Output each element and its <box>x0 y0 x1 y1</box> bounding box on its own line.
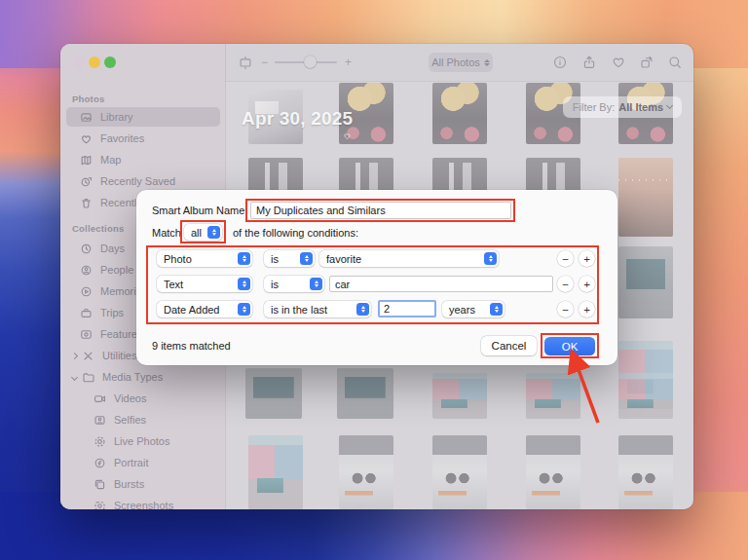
sidebar-item-label: Live Photos <box>114 435 169 447</box>
popup-stepper-icon <box>207 226 220 239</box>
sidebar-item-label: Bursts <box>114 478 144 490</box>
sidebar-item-favorites[interactable]: Favorites <box>66 129 220 148</box>
folder-icon <box>82 371 94 384</box>
album-name-input[interactable] <box>250 202 511 219</box>
chevron-up-down-icon <box>484 59 490 66</box>
condition-unit-value: years <box>449 304 475 316</box>
screenshot-icon <box>94 500 106 510</box>
sidebar-item-screenshots[interactable]: Screenshots <box>66 496 220 509</box>
condition-operator-popup[interactable]: is in the last <box>264 301 371 317</box>
aspect-ratio-icon[interactable] <box>238 55 253 70</box>
live-photo-icon <box>94 435 106 448</box>
filter-by-button[interactable]: Filter By: All Items <box>563 96 682 118</box>
condition-field-popup[interactable]: Text <box>157 276 252 292</box>
chevron-down-icon <box>666 102 673 109</box>
sidebar-item-label: Days <box>100 243 125 254</box>
sidebar-item-videos[interactable]: Videos <box>66 389 220 408</box>
popup-stepper-icon <box>310 278 322 290</box>
sidebar-item-label: Favorites <box>100 132 144 144</box>
sidebar-item-label: Utilities <box>102 350 136 361</box>
popup-stepper-icon <box>300 252 313 265</box>
filter-by-label: Filter By: <box>573 101 615 113</box>
burst-icon <box>94 478 106 491</box>
condition-number-input[interactable] <box>378 300 436 317</box>
sidebar-item-label: People <box>100 264 133 276</box>
minimize-button[interactable] <box>89 56 100 68</box>
sidebar-item-label: Recently Saved <box>100 175 175 187</box>
zoom-button[interactable] <box>104 56 116 68</box>
condition-operator-value: is <box>271 253 279 265</box>
condition-field-value: Text <box>164 279 183 290</box>
rotate-icon[interactable] <box>639 55 654 70</box>
photos-library-icon <box>80 111 93 124</box>
popup-stepper-icon <box>238 303 250 316</box>
add-condition-button[interactable]: + <box>579 301 595 317</box>
sidebar-item-label: Library <box>100 111 133 123</box>
sidebar-item-label: Map <box>100 154 121 166</box>
portrait-aperture-icon <box>94 457 106 469</box>
view-selector-button[interactable]: All Photos <box>429 53 493 72</box>
filter-by-value: All Items <box>618 101 663 113</box>
favorite-heart-icon[interactable] <box>611 55 626 70</box>
condition-operator-popup[interactable]: is <box>264 250 315 267</box>
sidebar-section-collections: Collections <box>72 223 124 234</box>
memories-icon <box>80 285 93 298</box>
ok-button[interactable]: OK <box>544 337 595 355</box>
condition-operator-value: is in the last <box>271 304 327 316</box>
sidebar-item-bursts[interactable]: Bursts <box>66 474 220 494</box>
selfie-icon <box>94 414 106 427</box>
heart-icon <box>80 132 93 145</box>
sidebar-item-recently-saved[interactable]: Recently Saved <box>66 171 220 191</box>
search-icon[interactable] <box>667 55 683 70</box>
trash-icon <box>80 197 93 209</box>
remove-condition-button[interactable]: − <box>557 250 574 267</box>
sidebar-item-label: Portrait <box>114 457 148 468</box>
match-popup[interactable]: all <box>184 224 222 241</box>
sidebar-item-label: Selfies <box>114 414 146 426</box>
smart-album-dialog: Smart Album Name: Match all of the follo… <box>136 190 617 365</box>
add-condition-button[interactable]: + <box>579 250 595 267</box>
name-label: Smart Album Name: <box>152 205 247 216</box>
clock-icon <box>80 243 93 255</box>
sidebar-item-map[interactable]: Map <box>66 150 220 169</box>
sidebar-section-photos: Photos <box>72 93 104 104</box>
zoom-out-icon[interactable]: − <box>261 56 268 69</box>
toolbar-divider <box>225 81 693 82</box>
chevron-right-icon <box>71 352 78 358</box>
zoom-in-icon[interactable]: + <box>345 56 352 69</box>
condition-field-value: Photo <box>164 253 192 265</box>
share-icon[interactable] <box>581 55 597 70</box>
condition-operator-popup[interactable]: is <box>264 276 324 292</box>
add-condition-button[interactable]: + <box>579 276 595 292</box>
person-icon <box>80 264 93 277</box>
sidebar-item-portrait[interactable]: Portrait <box>66 453 220 472</box>
condition-value-popup[interactable]: favorite <box>319 250 499 267</box>
remove-condition-button[interactable]: − <box>557 301 574 317</box>
sidebar-item-label: Trips <box>100 307 124 318</box>
match-suffix-label: of the following conditions: <box>233 227 358 239</box>
close-button[interactable] <box>73 56 85 68</box>
sidebar-item-selfies[interactable]: Selfies <box>66 410 220 429</box>
condition-field-popup[interactable]: Date Added <box>157 301 252 317</box>
condition-operator-value: is <box>271 279 279 290</box>
condition-text-input[interactable] <box>329 276 553 292</box>
remove-condition-button[interactable]: − <box>557 276 574 292</box>
chevron-down-icon <box>71 373 78 380</box>
condition-unit-popup[interactable]: years <box>442 301 505 317</box>
utilities-icon <box>82 350 94 362</box>
condition-value: favorite <box>326 253 361 265</box>
popup-stepper-icon <box>490 303 503 316</box>
info-icon[interactable] <box>552 55 568 70</box>
desktop: Apr 30, 2025 Filter By: All Items − + Al… <box>0 0 748 560</box>
cancel-button[interactable]: Cancel <box>481 336 537 355</box>
sidebar-item-library[interactable]: Library <box>66 107 220 127</box>
date-header: Apr 30, 2025 <box>242 108 353 130</box>
slider-thumb[interactable] <box>304 56 317 68</box>
condition-field-popup[interactable]: Photo <box>157 250 252 267</box>
matched-count-status: 9 items matched <box>152 340 231 352</box>
popup-stepper-icon <box>484 252 497 265</box>
condition-field-value: Date Added <box>164 304 220 316</box>
sidebar-item-media-types[interactable]: Media Types <box>66 367 220 387</box>
popup-stepper-icon <box>238 252 250 265</box>
sidebar-item-live-photos[interactable]: Live Photos <box>66 431 220 451</box>
